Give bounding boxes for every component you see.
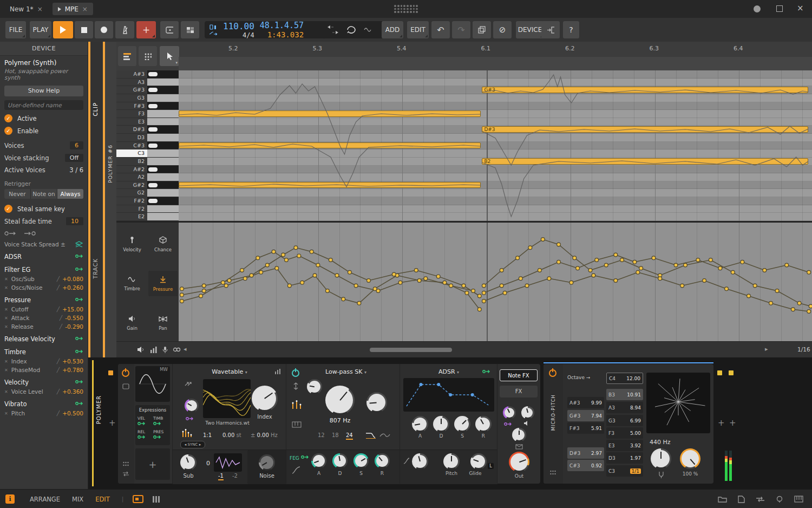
expression-timb[interactable]: TIMB [153,416,168,427]
redo-button[interactable]: ↷ [452,21,470,38]
song-position[interactable]: 48.1.4.57 [260,21,304,30]
expression-vel[interactable]: VEL [137,416,152,427]
amp-release-knob[interactable] [475,416,492,432]
spread-knob[interactable] [512,428,526,442]
wavetable-file-name[interactable]: Two Harmonics.wt [198,420,257,426]
key-bar[interactable] [147,94,179,102]
record-button[interactable] [95,21,113,38]
mod-route-icon[interactable] [75,401,83,408]
remove-icon[interactable]: ✕ [4,307,8,312]
retrigger-never[interactable]: Never [4,189,31,199]
track-name-vertical[interactable]: POLYMER #6 [107,145,113,183]
wavetable-display[interactable] [203,379,251,418]
reference-knob[interactable] [651,448,671,469]
filter-resonance-knob[interactable] [366,392,387,413]
mod-amount-value[interactable]: +0.780 [62,367,83,373]
wavetable-browser-icon[interactable] [274,368,282,374]
delete-button[interactable]: ⊘ [493,21,512,38]
device-power-icon[interactable] [549,369,556,377]
mod-amount-value[interactable]: +0.260 [62,284,83,291]
mod-route-icon[interactable] [75,336,83,343]
mod-target-row[interactable]: ✕Cutoff╱+15.00 [4,306,83,312]
note-C#3[interactable] [179,142,481,149]
remote-display-icon[interactable] [122,383,129,389]
expression-button-timbre[interactable]: Timbre [117,271,147,296]
piano-key-G#2[interactable]: G#2 [116,181,179,190]
env-curve-icon[interactable] [292,466,300,474]
pitch-cell-E3[interactable]: E33.92 [606,440,643,451]
filter-type-dropdown[interactable]: Low-pass SK ▾ [313,368,378,375]
groove-icons[interactable] [209,24,218,35]
expression-button-pressure[interactable]: Pressure [148,271,178,296]
filter-shape-lp-icon[interactable] [365,431,376,439]
retrigger-always[interactable]: Always [57,189,83,199]
mod-amount-value[interactable]: +0.500 [62,410,83,416]
note-G#2[interactable] [179,182,481,188]
piano-key-A#3[interactable]: A#3 [116,70,179,79]
speaker-small-icon[interactable] [523,420,531,426]
pitch-cell-B3[interactable]: B310.91 [606,389,643,400]
retrigger-note-on[interactable]: Note on [31,189,57,199]
add-device-button[interactable]: + [718,418,725,428]
velocity-lane-icon[interactable] [150,346,158,353]
clip-tab[interactable]: CLIP [93,102,99,116]
checkbox-checked-icon[interactable]: ✓ [4,114,12,122]
position-section[interactable]: 48.1.4.57 1:43.032 [260,21,304,39]
fx-tab[interactable]: FX [500,386,538,398]
remove-icon[interactable]: ✕ [4,285,8,290]
io-routing-icon[interactable] [756,496,765,503]
key-bar[interactable] [147,149,179,157]
key-bar[interactable] [147,197,179,205]
key-bar[interactable] [147,142,179,149]
key-bar[interactable] [147,110,179,118]
add-modulator-button[interactable]: + [135,448,170,480]
key-bar[interactable] [147,86,179,94]
piano-key-A3[interactable]: A3 [116,79,179,87]
scroll-right-icon[interactable]: ▸ [765,346,768,353]
noise-level-knob[interactable] [259,454,275,471]
piano-key-F3[interactable]: F3 [116,110,179,118]
filter-cutoff-knob[interactable] [325,386,355,415]
layers-icon[interactable] [75,241,83,248]
pitch-cell-G3[interactable]: G36.99 [606,415,643,426]
osc-detune-st[interactable]: 0.00 st [222,432,241,438]
add-device-button[interactable]: + [109,418,116,428]
arranger-loop-wave-icon[interactable] [364,27,372,32]
remove-icon[interactable]: ✕ [4,324,8,329]
insert-panel-button[interactable] [541,21,560,38]
piano-key-F#3[interactable]: F#3 [116,102,179,110]
envelope-icon[interactable] [515,444,523,450]
play-menu-button[interactable]: PLAY [30,21,51,38]
undo-button[interactable]: ↶ [431,21,450,38]
mod-route-icon[interactable] [75,297,83,304]
metronome-button[interactable] [115,21,134,38]
curve-icon[interactable] [403,458,410,464]
expression-button-chance[interactable]: Chance [148,231,178,257]
pitch-cell-As3[interactable]: A#39.99 [567,397,604,408]
notefx-tab[interactable]: Note FX [500,369,538,381]
mod-a-knob[interactable] [503,406,516,419]
env-type-dropdown[interactable]: ADSR ▾ [422,368,476,375]
close-tab-icon[interactable]: × [82,5,88,13]
help-button[interactable]: ? [563,21,579,38]
project-tab[interactable]: New 1* × [4,3,48,15]
feg-sustain-knob[interactable] [353,453,369,468]
add-menu-button[interactable]: ADD [382,21,403,38]
osc-ratio-value[interactable]: 1:1 [203,432,212,438]
tempo-value[interactable]: 110.00 [223,21,254,31]
clip-tab-mpe[interactable]: MPE × [53,3,93,15]
enable-toggle[interactable]: ✓ Enable [4,127,83,135]
mixer-strip-toggle-icon[interactable] [152,496,161,503]
mix-knob[interactable] [680,448,700,469]
mod-route-icon[interactable] [504,421,512,428]
slope-12[interactable]: 12 [318,432,325,438]
active-toggle[interactable]: ✓ Active [4,114,83,122]
note-out-icon[interactable] [4,231,16,236]
voices-value[interactable]: 6 [70,141,83,149]
feg-label[interactable]: FEG [290,454,309,461]
inspector-panel-icon[interactable] [738,496,745,503]
pitch-cell-Ds3[interactable]: D#32.97 [567,447,604,459]
key-bar[interactable] [147,102,179,110]
device-name-field[interactable]: User-defined name [4,100,83,110]
sub-minus-one[interactable]: -1 [218,473,224,480]
